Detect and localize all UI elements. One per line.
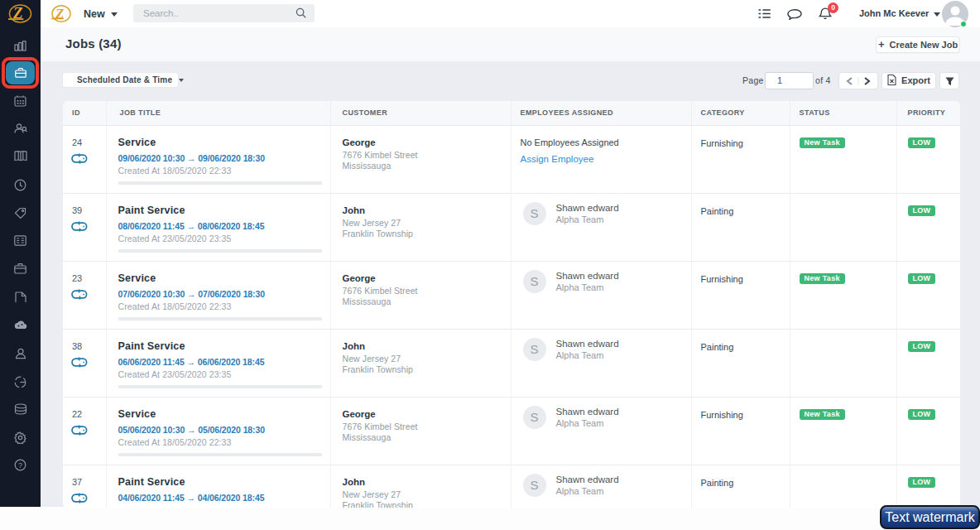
svg-text:?: ? [18, 461, 22, 470]
